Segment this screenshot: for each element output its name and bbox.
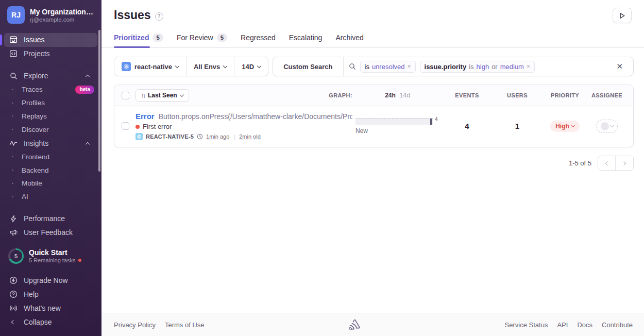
org-switcher[interactable]: RJ My Organization… rj@example.com bbox=[0, 0, 101, 31]
sidebar-item-label: Issues bbox=[24, 36, 44, 44]
search-input[interactable]: is unresolved × issue.priority is high o… bbox=[344, 57, 633, 76]
remove-token-icon[interactable]: × bbox=[408, 63, 411, 70]
sidebar-group-label: Explore bbox=[24, 72, 48, 80]
users-column-header: USERS bbox=[492, 92, 543, 98]
search-token-unresolved[interactable]: is unresolved × bbox=[360, 61, 416, 73]
contribute-link[interactable]: Contribute bbox=[602, 321, 633, 329]
org-name: My Organization… bbox=[30, 8, 93, 16]
graph-column-label: GRAPH: bbox=[329, 92, 352, 98]
users-count: 1 bbox=[492, 122, 543, 130]
issues-table: ↑↓ Last Seen GRAPH: 24h 14d EVENTS USERS… bbox=[114, 85, 634, 147]
chevron-down-icon bbox=[179, 92, 183, 96]
tab-prioritized[interactable]: Prioritized 5 bbox=[114, 33, 163, 47]
tab-regressed[interactable]: Regressed bbox=[241, 33, 276, 47]
events-column-header: EVENTS bbox=[443, 92, 492, 98]
sidebar-item-ai[interactable]: AI bbox=[4, 190, 97, 204]
graph-range-24h[interactable]: 24h bbox=[385, 92, 396, 99]
sidebar-item-whats-new[interactable]: What's new bbox=[4, 301, 97, 315]
row-checkbox[interactable] bbox=[122, 122, 129, 130]
search-token-priority[interactable]: issue.priority is high or medium × bbox=[420, 61, 535, 73]
search-icon bbox=[349, 63, 356, 70]
beta-badge: beta bbox=[75, 86, 94, 94]
sidebar-item-help[interactable]: Help bbox=[4, 287, 97, 301]
sidebar-item-traces[interactable]: Traces beta bbox=[4, 83, 97, 96]
sidebar-item-label: Help bbox=[24, 290, 39, 298]
quickstart-label: Quick Start bbox=[29, 248, 81, 257]
service-status-link[interactable]: Service Status bbox=[505, 321, 548, 329]
assignee-dropdown[interactable] bbox=[596, 120, 618, 133]
privacy-policy-link[interactable]: Privacy Policy bbox=[114, 321, 156, 329]
terms-of-use-link[interactable]: Terms of Use bbox=[165, 321, 205, 329]
sidebar: RJ My Organization… rj@example.com Issue… bbox=[0, 0, 101, 336]
react-native-project-icon bbox=[122, 62, 131, 71]
custom-search-button[interactable]: Custom Search bbox=[273, 57, 343, 76]
sidebar-item-discover[interactable]: Discover bbox=[4, 123, 97, 136]
select-all-checkbox[interactable] bbox=[122, 92, 129, 99]
filter-bar: react-native All Envs 14D Custom Search bbox=[101, 48, 644, 76]
chevron-down-icon bbox=[609, 123, 614, 127]
active-accent-bar bbox=[0, 35, 2, 45]
sidebar-group-insights[interactable]: Insights bbox=[4, 136, 97, 150]
graph-range-14d[interactable]: 14d bbox=[400, 92, 410, 99]
issue-age[interactable]: 2min old bbox=[239, 133, 261, 140]
tab-escalating[interactable]: Escalating bbox=[289, 33, 323, 47]
sidebar-collapse-button[interactable]: Collapse bbox=[4, 315, 97, 329]
remove-token-icon[interactable]: × bbox=[527, 63, 530, 70]
quickstart-progress-ring: 5 bbox=[8, 248, 24, 264]
content-spacer bbox=[101, 171, 644, 313]
prev-page-button[interactable] bbox=[598, 156, 616, 170]
docs-link[interactable]: Docs bbox=[577, 321, 592, 329]
sort-dropdown[interactable]: ↑↓ Last Seen bbox=[135, 89, 189, 102]
sidebar-item-user-feedback[interactable]: User Feedback bbox=[4, 226, 97, 240]
issue-culprit-path: Button.props.onPress(/Users/matthew-clar… bbox=[159, 112, 352, 121]
issue-tabs: Prioritized 5 For Review 5 Regressed Esc… bbox=[101, 33, 644, 48]
sidebar-item-frontend[interactable]: Frontend bbox=[4, 150, 97, 163]
help-question-icon[interactable]: ? bbox=[155, 12, 163, 21]
tab-archived[interactable]: Archived bbox=[335, 33, 363, 47]
issue-graph: 4 New bbox=[352, 118, 443, 135]
lightning-icon bbox=[8, 215, 19, 223]
last-seen-time[interactable]: 1min ago bbox=[206, 133, 229, 140]
notification-dot bbox=[78, 259, 81, 262]
sidebar-item-label: What's new bbox=[24, 304, 61, 312]
page-title: Issues bbox=[114, 8, 151, 22]
sidebar-group-explore[interactable]: Explore bbox=[4, 69, 97, 83]
insights-icon bbox=[8, 140, 19, 147]
sidebar-item-issues[interactable]: Issues bbox=[4, 33, 97, 47]
clear-search-icon[interactable]: ✕ bbox=[611, 62, 628, 71]
events-count: 4 bbox=[443, 122, 492, 130]
sidebar-item-replays[interactable]: Replays bbox=[4, 109, 97, 123]
tab-count-badge: 5 bbox=[152, 33, 163, 42]
demo-play-button[interactable] bbox=[613, 8, 632, 23]
org-email: rj@example.com bbox=[30, 16, 93, 23]
next-page-button[interactable] bbox=[616, 156, 633, 170]
priority-dropdown[interactable]: High bbox=[550, 121, 580, 132]
sidebar-item-mobile[interactable]: Mobile bbox=[4, 177, 97, 190]
sentry-logo bbox=[348, 318, 361, 331]
project-filter-dropdown[interactable]: react-native bbox=[114, 57, 187, 76]
sidebar-item-label: Projects bbox=[24, 49, 50, 58]
sidebar-scrollbar[interactable] bbox=[98, 30, 100, 172]
project-badge-icon bbox=[135, 133, 143, 140]
quickstart-subtext: 5 Remaining tasks bbox=[29, 257, 81, 263]
environment-filter-dropdown[interactable]: All Envs bbox=[187, 57, 234, 76]
sidebar-item-projects[interactable]: Projects bbox=[4, 47, 97, 61]
issue-title-link[interactable]: Error bbox=[135, 112, 155, 121]
sidebar-item-performance[interactable]: Performance bbox=[4, 212, 97, 226]
issue-row[interactable]: Error Button.props.onPress(/Users/matthe… bbox=[114, 106, 633, 147]
assignee-column-header: ASSIGNEE bbox=[587, 92, 627, 98]
sidebar-item-label: Performance bbox=[24, 214, 65, 223]
sparkline-bar bbox=[430, 119, 432, 125]
sidebar-item-profiles[interactable]: Profiles bbox=[4, 96, 97, 110]
clock-icon bbox=[197, 133, 203, 140]
api-link[interactable]: API bbox=[557, 321, 568, 329]
sidebar-group-label: Insights bbox=[24, 139, 48, 147]
sidebar-item-upgrade-now[interactable]: Upgrade Now bbox=[4, 273, 97, 287]
org-avatar: RJ bbox=[7, 6, 25, 24]
sidebar-item-backend[interactable]: Backend bbox=[4, 163, 97, 177]
upgrade-icon bbox=[8, 276, 19, 284]
date-range-dropdown[interactable]: 14D bbox=[234, 57, 268, 76]
tab-for-review[interactable]: For Review 5 bbox=[177, 33, 227, 47]
unassigned-avatar bbox=[601, 122, 609, 130]
quick-start[interactable]: 5 Quick Start 5 Remaining tasks bbox=[4, 246, 97, 266]
